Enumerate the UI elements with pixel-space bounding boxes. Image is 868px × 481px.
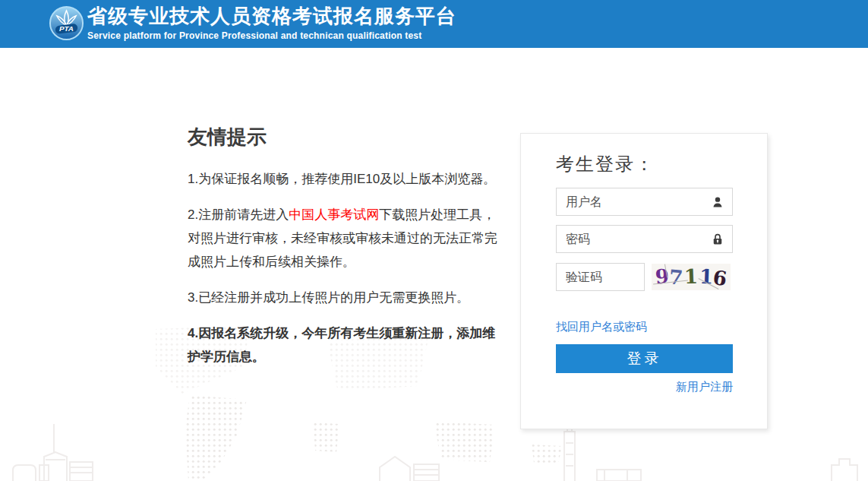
username-input[interactable] — [556, 188, 733, 216]
captcha-digit: 1 — [684, 264, 699, 290]
login-title: 考生登录： — [556, 152, 655, 176]
app-title: 省级专业技术人员资格考试报名服务平台 — [87, 5, 456, 28]
notice-item-4: 4.因报名系统升级，今年所有考生须重新注册，添加维护学历信息。 — [188, 321, 505, 369]
user-icon — [711, 195, 724, 209]
login-button[interactable]: 登录 — [556, 344, 733, 373]
notice-item-3: 3.已经注册并成功上传照片的用户无需更换照片。 — [188, 286, 505, 309]
forgot-credentials-link[interactable]: 找回用户名或密码 — [556, 320, 647, 334]
captcha-input[interactable] — [556, 263, 645, 291]
page: PTA 省级专业技术人员资格考试报名服务平台 Service platform … — [0, 0, 868, 481]
pta-logo-icon: PTA — [49, 5, 84, 41]
notice-heading: 友情提示 — [188, 124, 505, 150]
captcha-row: 9 7 1 1 6 — [556, 263, 733, 291]
captcha-image[interactable]: 9 7 1 1 6 — [652, 264, 731, 290]
login-panel: 考生登录： 9 7 1 1 6 — [520, 133, 768, 429]
pta-logo-text: PTA — [59, 24, 74, 33]
register-row: 新用户注册 — [556, 380, 733, 394]
register-link[interactable]: 新用户注册 — [676, 380, 733, 393]
notice-item-2-prefix: 2.注册前请先进入 — [188, 207, 289, 222]
notice-item-1: 1.为保证报名顺畅，推荐使用IE10及以上版本浏览器。 — [188, 167, 505, 191]
password-input[interactable] — [556, 225, 733, 253]
username-field — [556, 188, 733, 216]
app-subtitle: Service platform for Province Profession… — [87, 30, 456, 41]
password-field — [556, 225, 733, 253]
header-titles: 省级专业技术人员资格考试报名服务平台 Service platform for … — [87, 5, 456, 41]
captcha-digit: 7 — [668, 264, 684, 290]
lock-icon — [711, 233, 724, 246]
notice-panel: 友情提示 1.为保证报名顺畅，推荐使用IE10及以上版本浏览器。 2.注册前请先… — [188, 124, 505, 381]
app-header: PTA 省级专业技术人员资格考试报名服务平台 Service platform … — [0, 0, 868, 48]
china-personnel-exam-site-link[interactable]: 中国人事考试网 — [289, 207, 379, 222]
notice-item-2: 2.注册前请先进入中国人事考试网下载照片处理工具，对照片进行审核，未经审核或审核… — [188, 203, 505, 274]
